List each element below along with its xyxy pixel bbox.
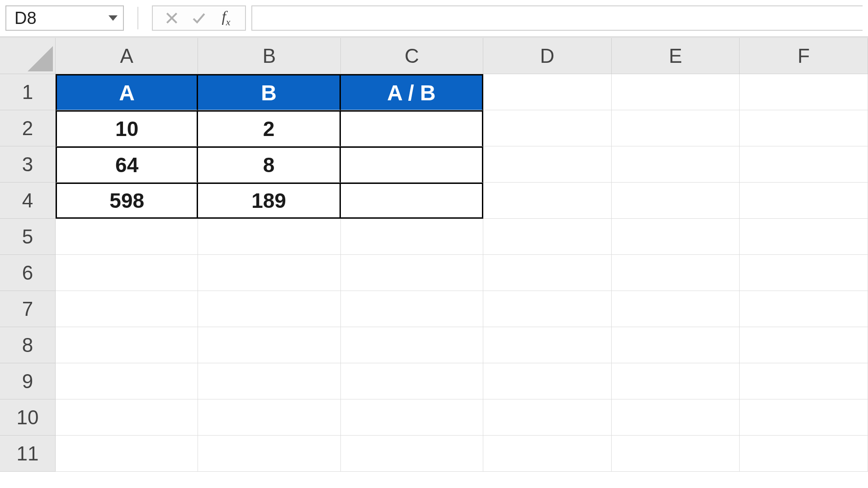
cell-B1[interactable]: B xyxy=(198,74,340,110)
cell-E5[interactable] xyxy=(612,219,740,255)
name-box[interactable]: D8 xyxy=(5,5,124,31)
cell-E1[interactable] xyxy=(612,74,740,110)
cell-C1[interactable]: A / B xyxy=(341,74,483,110)
row-header-7[interactable]: 7 xyxy=(0,291,56,327)
col-header-D[interactable]: D xyxy=(483,38,612,74)
cell-A9[interactable] xyxy=(56,363,198,399)
row-header-5[interactable]: 5 xyxy=(0,219,56,255)
row-5: 5 xyxy=(0,219,868,255)
cell-A4[interactable]: 598 xyxy=(56,183,198,219)
row-1: 1 A B A / B xyxy=(0,74,868,110)
cell-B9[interactable] xyxy=(198,363,340,399)
col-header-F[interactable]: F xyxy=(740,38,868,74)
cell-B10[interactable] xyxy=(198,399,340,436)
cell-F9[interactable] xyxy=(740,363,868,399)
cell-F3[interactable] xyxy=(740,146,868,183)
row-header-4[interactable]: 4 xyxy=(0,183,56,219)
cell-F2[interactable] xyxy=(740,110,868,146)
cell-C10[interactable] xyxy=(341,399,483,436)
col-header-A[interactable]: A xyxy=(56,38,198,74)
cell-B8[interactable] xyxy=(198,327,340,363)
cell-D5[interactable] xyxy=(483,219,612,255)
cell-B4[interactable]: 189 xyxy=(198,183,340,219)
cell-F5[interactable] xyxy=(740,219,868,255)
cell-D9[interactable] xyxy=(483,363,612,399)
cell-E6[interactable] xyxy=(612,255,740,291)
cell-A8[interactable] xyxy=(56,327,198,363)
formula-bar-row: D8 fx xyxy=(0,0,868,38)
formula-input[interactable] xyxy=(251,5,863,31)
row-header-2[interactable]: 2 xyxy=(0,110,56,146)
cell-B6[interactable] xyxy=(198,255,340,291)
cell-D11[interactable] xyxy=(483,436,612,472)
cell-B11[interactable] xyxy=(198,436,340,472)
cell-D8[interactable] xyxy=(483,327,612,363)
name-box-value: D8 xyxy=(14,9,105,28)
row-header-3[interactable]: 3 xyxy=(0,146,56,183)
row-header-1[interactable]: 1 xyxy=(0,74,56,110)
chevron-down-icon[interactable] xyxy=(108,15,118,21)
cell-A6[interactable] xyxy=(56,255,198,291)
row-header-6[interactable]: 6 xyxy=(0,255,56,291)
cell-D3[interactable] xyxy=(483,146,612,183)
cell-A2[interactable]: 10 xyxy=(56,110,198,146)
row-3: 3 64 8 xyxy=(0,146,868,183)
formula-buttons: fx xyxy=(152,5,246,31)
cell-E3[interactable] xyxy=(612,146,740,183)
enter-button xyxy=(185,6,212,30)
row-header-9[interactable]: 9 xyxy=(0,363,56,399)
cell-B3[interactable]: 8 xyxy=(198,146,340,183)
cell-D4[interactable] xyxy=(483,183,612,219)
cell-C5[interactable] xyxy=(341,219,483,255)
cell-D7[interactable] xyxy=(483,291,612,327)
cell-C6[interactable] xyxy=(341,255,483,291)
cell-B2[interactable]: 2 xyxy=(198,110,340,146)
cell-A1[interactable]: A xyxy=(56,74,198,110)
cell-A11[interactable] xyxy=(56,436,198,472)
row-header-11[interactable]: 11 xyxy=(0,436,56,472)
cancel-button xyxy=(158,6,185,30)
row-4: 4 598 189 xyxy=(0,183,868,219)
column-header-row: A B C D E F xyxy=(0,38,868,74)
col-header-C[interactable]: C xyxy=(341,38,483,74)
cell-C3[interactable] xyxy=(341,146,483,183)
cell-F7[interactable] xyxy=(740,291,868,327)
row-header-8[interactable]: 8 xyxy=(0,327,56,363)
cell-E11[interactable] xyxy=(612,436,740,472)
cell-C7[interactable] xyxy=(341,291,483,327)
fx-icon: fx xyxy=(222,8,230,28)
cell-E4[interactable] xyxy=(612,183,740,219)
cell-E10[interactable] xyxy=(612,399,740,436)
cell-D2[interactable] xyxy=(483,110,612,146)
cell-A7[interactable] xyxy=(56,291,198,327)
cell-C2[interactable] xyxy=(341,110,483,146)
cell-F10[interactable] xyxy=(740,399,868,436)
cell-A5[interactable] xyxy=(56,219,198,255)
cell-E8[interactable] xyxy=(612,327,740,363)
cell-B7[interactable] xyxy=(198,291,340,327)
col-header-E[interactable]: E xyxy=(612,38,740,74)
cell-F4[interactable] xyxy=(740,183,868,219)
cell-F6[interactable] xyxy=(740,255,868,291)
cell-D1[interactable] xyxy=(483,74,612,110)
cell-E9[interactable] xyxy=(612,363,740,399)
cell-F1[interactable] xyxy=(740,74,868,110)
insert-function-button[interactable]: fx xyxy=(212,6,240,30)
col-header-B[interactable]: B xyxy=(198,38,340,74)
cell-A3[interactable]: 64 xyxy=(56,146,198,183)
select-all-triangle[interactable] xyxy=(0,38,56,74)
cell-E2[interactable] xyxy=(612,110,740,146)
cell-D10[interactable] xyxy=(483,399,612,436)
row-11: 11 xyxy=(0,436,868,472)
cell-C9[interactable] xyxy=(341,363,483,399)
cell-F8[interactable] xyxy=(740,327,868,363)
row-header-10[interactable]: 10 xyxy=(0,399,56,436)
cell-B5[interactable] xyxy=(198,219,340,255)
cell-C4[interactable] xyxy=(341,183,483,219)
cell-E7[interactable] xyxy=(612,291,740,327)
cell-F11[interactable] xyxy=(740,436,868,472)
cell-C8[interactable] xyxy=(341,327,483,363)
cell-C11[interactable] xyxy=(341,436,483,472)
cell-A10[interactable] xyxy=(56,399,198,436)
cell-D6[interactable] xyxy=(483,255,612,291)
